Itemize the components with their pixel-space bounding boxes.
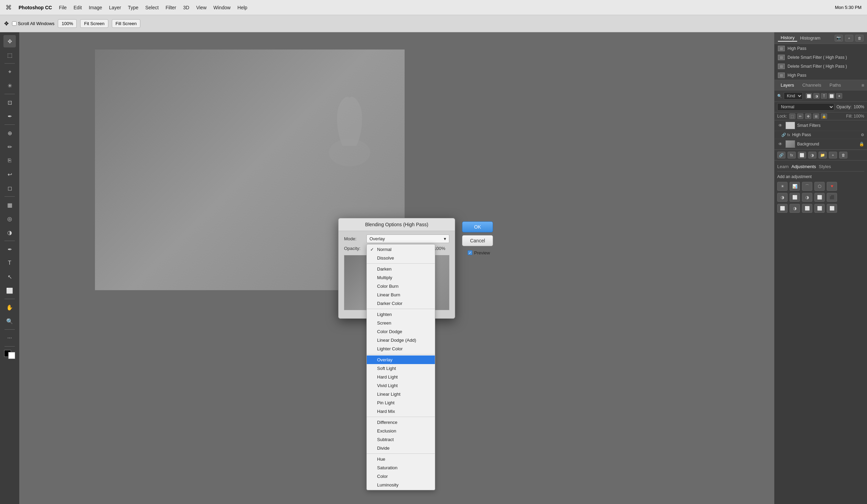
blend-mode-subtract[interactable]: Subtract [367,435,435,444]
layers-opacity-value[interactable]: 100% [854,105,864,109]
filter-smart-icon[interactable]: ✦ [836,93,842,99]
blend-mode-color-burn[interactable]: Color Burn [367,282,435,291]
fit-screen-button[interactable]: Fit Screen [80,19,108,28]
layers-tab[interactable]: Layers [777,81,798,89]
ok-button[interactable]: OK [462,221,493,232]
hue-saturation-btn[interactable]: ◑ [777,193,788,202]
filter-type-icon[interactable]: T [821,93,827,99]
filter-pixel-icon[interactable]: ⬜ [806,93,812,99]
layer-link-btn[interactable]: 🔗 [777,152,785,158]
lock-artboard-icon[interactable]: ⊞ [813,113,819,119]
adjustments-tab[interactable]: Adjustments [791,163,816,170]
history-new-btn[interactable]: + [845,35,853,42]
spot-heal-tool[interactable]: ⊕ [3,127,16,139]
clone-tool[interactable]: ⎘ [3,154,16,167]
menu-type[interactable]: Type [128,5,138,10]
preview-checkbox[interactable]: ✓ [468,250,472,255]
blend-mode-screen[interactable]: Screen [367,319,435,327]
menu-view[interactable]: View [196,5,206,10]
layer-high-pass[interactable]: 🔗 fx High Pass ⚙ [774,131,867,139]
blend-mode-darken[interactable]: Darken [367,265,435,273]
brightness-contrast-btn[interactable]: ☀ [777,182,788,191]
eraser-tool[interactable]: ◻ [3,182,16,194]
blend-mode-lighten[interactable]: Lighten [367,310,435,319]
marquee-tool[interactable]: ⬚ [3,49,16,61]
gradient-tool[interactable]: ▦ [3,199,16,211]
gradient-map-btn[interactable]: ⬜ [827,204,837,213]
layer-kind-filter[interactable]: Kind [784,92,803,100]
menu-help[interactable]: Help [237,5,247,10]
hand-tool[interactable]: ✋ [3,301,16,314]
layers-blend-mode-select[interactable]: Normal [777,103,834,111]
blend-mode-pin-light[interactable]: Pin Light [367,398,435,407]
menu-layer[interactable]: Layer [109,5,121,10]
filter-adjust-icon[interactable]: ◑ [813,93,820,99]
menu-3d[interactable]: 3D [183,5,189,10]
blend-mode-linear-dodge[interactable]: Linear Dodge (Add) [367,336,435,344]
menu-select[interactable]: Select [145,5,159,10]
history-snapshot-btn[interactable]: 📷 [835,35,843,42]
blend-mode-lighter-color[interactable]: Lighter Color [367,344,435,353]
brush-tool[interactable]: ✏ [3,141,16,153]
layers-menu-icon[interactable]: ≡ [861,83,864,88]
blend-mode-linear-burn[interactable]: Linear Burn [367,291,435,299]
blend-mode-hard-mix[interactable]: Hard Mix [367,407,435,416]
history-brush-tool[interactable]: ↩ [3,168,16,180]
layer-group-btn[interactable]: 📁 [818,152,827,158]
high-pass-options-icon[interactable]: ⚙ [861,133,864,137]
opacity-value[interactable]: 100% [434,246,449,251]
dodge-tool[interactable]: ◑ [3,226,16,239]
paths-tab[interactable]: Paths [826,81,844,89]
menu-edit[interactable]: Edit [74,5,82,10]
shape-tool[interactable]: ⬜ [3,284,16,297]
scroll-all-checkbox[interactable] [12,21,17,26]
invert-btn[interactable]: ◑ [790,204,800,213]
histogram-tab[interactable]: Histogram [797,35,823,41]
lock-position-icon[interactable]: ✥ [805,113,811,119]
layer-delete-btn[interactable]: 🗑 [839,152,847,158]
menu-filter[interactable]: Filter [165,5,176,10]
crop-tool[interactable]: ⊡ [3,96,16,109]
menu-file[interactable]: File [59,5,67,10]
threshold-btn[interactable]: ⬜ [814,204,825,213]
app-name[interactable]: Photoshop CC [19,5,52,10]
apple-menu[interactable]: ⌘ [6,4,12,11]
layer-adjustment-btn[interactable]: ◑ [808,152,816,158]
channel-mixer-btn[interactable]: ⬛ [827,193,837,202]
color-lookup-btn[interactable]: ⬜ [777,204,788,213]
zoom-tool[interactable]: 🔍 [3,315,16,327]
blend-mode-color-dodge[interactable]: Color Dodge [367,327,435,336]
blend-mode-darker-color[interactable]: Darker Color [367,299,435,308]
learn-tab[interactable]: Learn [777,163,789,170]
blend-mode-hard-light[interactable]: Hard Light [367,373,435,381]
lasso-tool[interactable]: ⌖ [3,66,16,78]
blend-mode-overlay[interactable]: Overlay [367,355,435,364]
blend-mode-vivid-light[interactable]: Vivid Light [367,381,435,390]
lock-transparent-icon[interactable]: ⬚ [789,113,795,119]
lock-all-icon[interactable]: 🔒 [821,113,827,119]
blend-mode-normal[interactable]: Normal [367,245,435,254]
more-tools[interactable]: ··· [3,332,16,344]
lock-pixels-icon[interactable]: ✏ [797,113,803,119]
pen-tool[interactable]: ✒ [3,243,16,255]
styles-tab[interactable]: Styles [819,163,831,170]
posterize-btn[interactable]: ⬜ [802,204,812,213]
history-item-1[interactable]: ▤ Delete Smart Filter ( High Pass ) [774,53,867,62]
menu-image[interactable]: Image [89,5,102,10]
blend-mode-dissolve[interactable]: Dissolve [367,254,435,262]
zoom-value[interactable]: 100% [58,19,77,28]
exposure-btn[interactable]: ⬡ [814,182,825,191]
filter-shape-icon[interactable]: ⬜ [828,93,835,99]
blend-mode-difference[interactable]: Difference [367,418,435,427]
blend-mode-divide[interactable]: Divide [367,444,435,452]
smart-filters-visibility-icon[interactable]: 👁 [777,122,783,129]
background-visibility-icon[interactable]: 👁 [777,141,783,147]
fill-screen-button[interactable]: Fill Screen [112,19,140,28]
history-item-3[interactable]: ▤ High Pass [774,71,867,80]
layer-mask-btn[interactable]: ⬜ [798,152,806,158]
blend-mode-multiply[interactable]: Multiply [367,273,435,282]
scroll-all-label[interactable]: Scroll All Windows [12,21,54,26]
blend-mode-linear-light[interactable]: Linear Light [367,390,435,398]
history-tab[interactable]: History [778,34,797,42]
blend-mode-saturation[interactable]: Saturation [367,463,435,472]
